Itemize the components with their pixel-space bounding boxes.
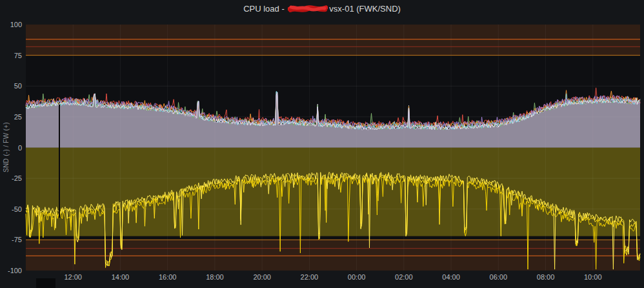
y-tick-label: -100	[8, 267, 22, 274]
x-tick-label: 10:00	[584, 273, 602, 281]
y-tick-label: 50	[14, 82, 22, 90]
x-tick-label: 06:00	[490, 273, 508, 281]
y-tick-label: 75	[14, 52, 22, 59]
corner-artifact	[36, 278, 55, 288]
y-tick-label: 25	[14, 113, 22, 121]
grafana-panel: CPU load - vsx-01 (FWK/SND) SND (-) / FW…	[0, 0, 644, 288]
x-tick-label: 00:00	[348, 273, 366, 281]
y-tick-label: -25	[12, 174, 22, 182]
x-tick-label: 18:00	[206, 273, 224, 281]
panel-title-prefix: CPU load -	[243, 4, 287, 14]
y-tick-label: -75	[12, 236, 22, 243]
threshold-band	[26, 240, 640, 271]
x-tick-label: 14:00	[112, 273, 130, 281]
threshold-band	[26, 148, 640, 236]
threshold-band	[26, 25, 640, 56]
y-axis-title: SND (-) / FW (+)	[3, 122, 10, 172]
x-tick-label: 04:00	[442, 273, 460, 281]
y-tick-label: 100	[10, 21, 22, 28]
x-tick-label: 22:00	[301, 273, 319, 281]
y-tick-label: -50	[12, 205, 22, 213]
redaction-scribble	[288, 4, 328, 14]
panel-title-suffix: vsx-01 (FWK/SND)	[329, 4, 401, 14]
panel-title[interactable]: CPU load - vsx-01 (FWK/SND)	[0, 3, 644, 15]
x-tick-label: 12:00	[64, 273, 82, 281]
x-tick-label: 02:00	[395, 273, 413, 281]
x-tick-label: 16:00	[159, 273, 177, 281]
y-tick-label: 0	[18, 144, 22, 152]
x-tick-label: 08:00	[537, 273, 555, 281]
chart-canvas[interactable]: 1007550250-25-50-75-10012:0014:0016:0018…	[0, 0, 644, 288]
x-tick-label: 20:00	[253, 273, 271, 281]
